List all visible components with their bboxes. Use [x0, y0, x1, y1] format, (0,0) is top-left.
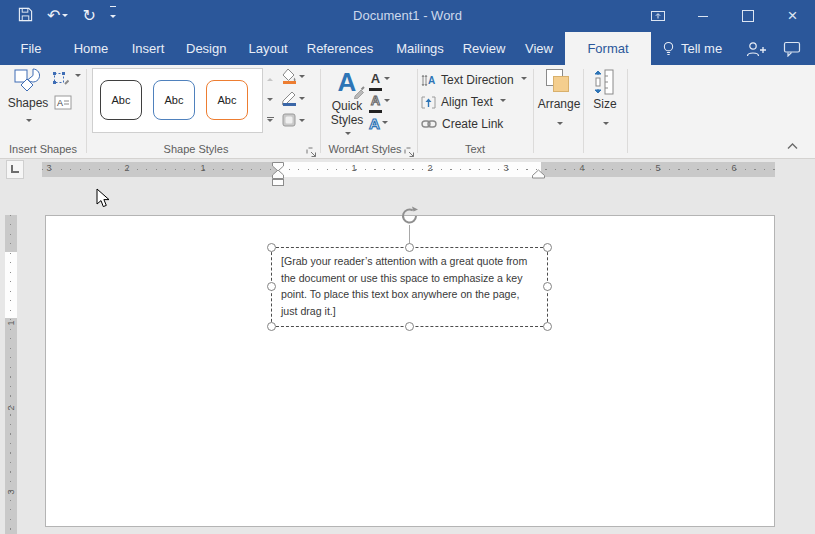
hruler-number: 4: [576, 163, 588, 173]
resize-handle-top-left[interactable]: [267, 243, 276, 252]
align-text-button[interactable]: Align Text: [421, 92, 506, 112]
shape-outline-button[interactable]: [281, 90, 305, 110]
horizontal-ruler[interactable]: 3 2 1 1 2 3 4 5 6: [42, 162, 775, 177]
shape-styles-dialog-launcher-icon[interactable]: [306, 144, 317, 155]
group-separator: [320, 69, 321, 153]
align-text-icon: [421, 95, 436, 110]
tab-stop-selector[interactable]: [6, 160, 24, 179]
shape-style-option-1[interactable]: Abc: [100, 80, 142, 120]
vruler-number: 2: [6, 403, 16, 413]
text-direction-button[interactable]: A Text Direction: [421, 70, 527, 90]
text-fill-button[interactable]: A: [369, 70, 390, 90]
tab-format[interactable]: Format: [565, 32, 651, 65]
text-outline-button[interactable]: A: [369, 92, 390, 112]
hruler-number: 2: [424, 163, 436, 173]
rotate-handle-icon[interactable]: [400, 206, 420, 226]
shapes-button[interactable]: Shapes: [5, 67, 51, 128]
right-indent-marker[interactable]: [531, 169, 546, 179]
resize-handle-bottom-center[interactable]: [405, 322, 414, 331]
title-bar: ↶ ↻ Document1 - Word ×: [0, 0, 815, 32]
ribbon-tab-row: File Home Insert Design Layout Reference…: [0, 32, 815, 65]
gallery-scroll-controls: [262, 68, 278, 131]
quick-styles-button[interactable]: A Quick Styles: [325, 67, 369, 141]
group-separator: [583, 69, 584, 153]
shapes-label: Shapes: [5, 96, 51, 110]
tab-references[interactable]: References: [306, 32, 374, 65]
gallery-scroll-up-icon[interactable]: [262, 68, 278, 89]
maximize-icon[interactable]: [725, 0, 770, 32]
quick-styles-label-line2: Styles: [325, 113, 369, 141]
shape-style-option-3[interactable]: Abc: [206, 80, 248, 120]
text-box-content[interactable]: [Grab your reader’s attention with a gre…: [281, 253, 527, 319]
shape-outline-icon: [281, 90, 297, 110]
align-text-label: Align Text: [441, 95, 493, 109]
hruler-number: 3: [500, 163, 512, 173]
shape-styles-gallery: Abc Abc Abc: [92, 68, 263, 133]
tab-insert[interactable]: Insert: [128, 32, 168, 65]
text-line: the document or use this space to emphas…: [281, 270, 527, 287]
tab-home[interactable]: Home: [72, 32, 110, 65]
group-separator: [627, 69, 628, 153]
mouse-cursor-icon: [96, 188, 110, 209]
selected-text-box[interactable]: [Grab your reader’s attention with a gre…: [271, 247, 548, 327]
word-window: ↶ ↻ Document1 - Word × File Home Insert …: [0, 0, 815, 534]
minimize-icon[interactable]: [680, 0, 725, 32]
resize-handle-middle-right[interactable]: [543, 282, 552, 291]
resize-handle-top-center[interactable]: [405, 243, 414, 252]
shape-effects-button[interactable]: [281, 112, 305, 132]
indent-markers[interactable]: [271, 161, 287, 187]
tab-review[interactable]: Review: [460, 32, 508, 65]
group-label-wordart-styles: WordArt Styles: [322, 143, 408, 155]
resize-handle-top-right[interactable]: [543, 243, 552, 252]
text-effects-icon: A: [369, 115, 380, 133]
hruler-number: 6: [728, 163, 740, 173]
resize-handle-bottom-right[interactable]: [543, 322, 552, 331]
quick-styles-label-line1: Quick: [325, 99, 369, 113]
shape-fill-icon: [281, 68, 297, 88]
arrange-icon: [536, 67, 582, 97]
resize-handle-bottom-left[interactable]: [267, 322, 276, 331]
ribbon-display-options-icon[interactable]: [635, 0, 680, 32]
tell-me-label: Tell me: [681, 41, 722, 56]
text-line: [Grab your reader’s attention with a gre…: [281, 253, 527, 270]
gallery-more-icon[interactable]: [262, 110, 278, 131]
create-link-label: Create Link: [442, 117, 503, 131]
ribbon-format-tools: Shapes A Insert Shapes Abc Abc Abc: [0, 65, 815, 159]
draw-text-box-icon[interactable]: A: [54, 95, 72, 114]
resize-handle-middle-left[interactable]: [267, 282, 276, 291]
tab-layout[interactable]: Layout: [246, 32, 290, 65]
create-link-button[interactable]: Create Link: [421, 114, 503, 134]
arrange-button[interactable]: Arrange: [536, 67, 582, 131]
shape-style-option-2[interactable]: Abc: [153, 80, 195, 120]
tell-me-box[interactable]: Tell me: [662, 32, 722, 65]
comments-icon[interactable]: [783, 32, 801, 65]
hruler-number: 3: [43, 163, 55, 173]
left-tab-icon: [11, 165, 19, 173]
hruler-number: 5: [652, 163, 664, 173]
tab-mailings[interactable]: Mailings: [394, 32, 446, 65]
text-effects-button[interactable]: A: [369, 114, 388, 134]
hruler-number: 1: [348, 163, 360, 173]
text-line: point. To place this text box anywhere o…: [281, 286, 527, 303]
gallery-scroll-down-icon[interactable]: [262, 89, 278, 110]
window-controls: ×: [635, 0, 815, 32]
tab-file[interactable]: File: [12, 32, 50, 65]
text-fill-icon: A: [369, 69, 382, 91]
text-line: just drag it.]: [281, 303, 527, 320]
size-icon: [585, 67, 625, 97]
svg-text:A: A: [57, 98, 63, 108]
shape-fill-button[interactable]: [281, 68, 305, 88]
edit-shape-icon[interactable]: [52, 71, 81, 89]
vertical-ruler[interactable]: 1 2 3: [5, 215, 17, 534]
group-separator: [533, 69, 534, 153]
text-direction-icon: A: [421, 73, 436, 88]
collapse-ribbon-icon[interactable]: [786, 136, 799, 154]
create-link-icon: [421, 118, 437, 130]
wordart-dialog-launcher-icon[interactable]: [404, 144, 415, 155]
group-label-text: Text: [417, 143, 533, 155]
close-icon[interactable]: ×: [770, 0, 815, 32]
tab-view[interactable]: View: [520, 32, 558, 65]
tab-design[interactable]: Design: [186, 32, 226, 65]
share-icon[interactable]: [744, 32, 766, 65]
size-button[interactable]: Size: [585, 67, 625, 131]
